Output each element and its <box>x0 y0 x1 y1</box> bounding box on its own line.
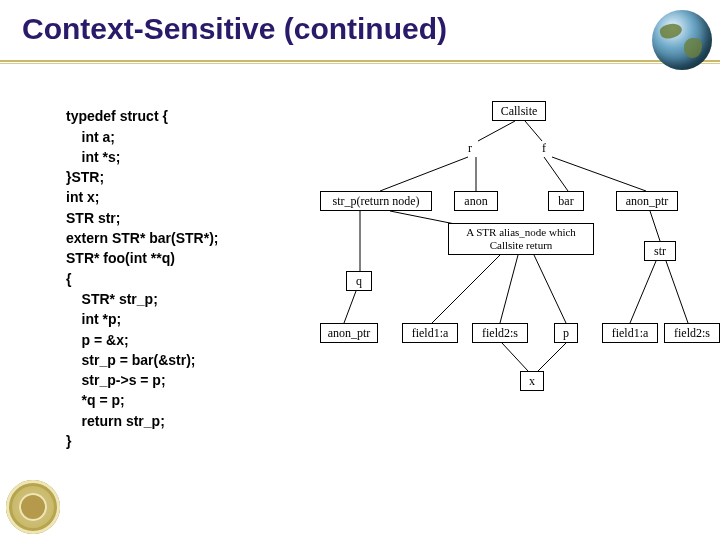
node-p: p <box>554 323 578 343</box>
svg-line-0 <box>478 121 515 141</box>
svg-line-14 <box>666 261 688 323</box>
node-anon: anon <box>454 191 498 211</box>
node-str: str <box>644 241 676 261</box>
svg-line-15 <box>502 343 528 371</box>
edge-label-r: r <box>468 141 472 156</box>
slide: Context-Sensitive (continued) typedef st… <box>0 0 720 540</box>
node-field2s-right: field2:s <box>664 323 720 343</box>
pointer-diagram: Callsite r f str_p(return node) anon bar… <box>320 95 710 385</box>
node-field1a-left: field1:a <box>402 323 458 343</box>
node-x: x <box>520 371 544 391</box>
node-strp-return: str_p(return node) <box>320 191 432 211</box>
svg-line-16 <box>538 343 566 371</box>
svg-line-2 <box>380 157 468 191</box>
node-str-alias-note: A STR alias_node which Callsite return <box>448 223 594 255</box>
node-callsite: Callsite <box>492 101 546 121</box>
node-q: q <box>346 271 372 291</box>
svg-line-1 <box>525 121 542 141</box>
svg-line-5 <box>552 157 646 191</box>
svg-line-11 <box>500 255 518 323</box>
svg-line-9 <box>344 291 356 323</box>
node-anon-ptr-left: anon_ptr <box>320 323 378 343</box>
svg-line-10 <box>432 255 500 323</box>
svg-line-13 <box>630 261 656 323</box>
university-seal-icon <box>6 480 60 534</box>
slide-title: Context-Sensitive (continued) <box>22 12 447 46</box>
edge-label-f: f <box>542 141 546 156</box>
title-rule-thin <box>0 63 720 64</box>
node-field1a-right: field1:a <box>602 323 658 343</box>
svg-line-4 <box>544 157 568 191</box>
svg-line-12 <box>534 255 566 323</box>
svg-line-8 <box>650 211 660 241</box>
node-bar: bar <box>548 191 584 211</box>
title-rule <box>0 60 720 62</box>
code-block: typedef struct { int a; int *s; }STR; in… <box>66 86 218 451</box>
node-field2s-left: field2:s <box>472 323 528 343</box>
node-anon-ptr-top: anon_ptr <box>616 191 678 211</box>
globe-icon <box>652 10 712 70</box>
